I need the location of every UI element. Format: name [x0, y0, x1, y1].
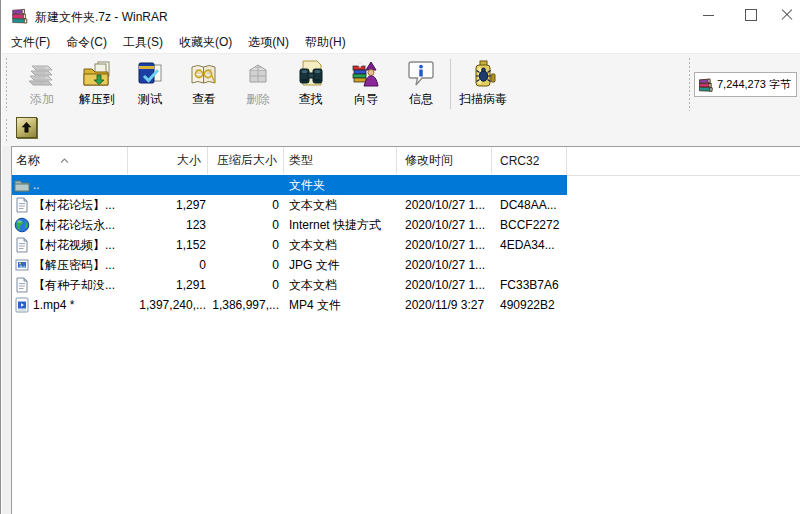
cell-packed: 0 — [208, 255, 279, 275]
view-icon — [187, 57, 221, 90]
menu-item-1[interactable]: 命令(C) — [58, 32, 115, 53]
cell-size: 123 — [118, 215, 206, 235]
cell-crc — [500, 255, 570, 275]
toolbar-button-8[interactable]: 扫描病毒 — [454, 57, 512, 112]
cell-modified: 2020/10/27 1... — [405, 215, 497, 235]
file-list-panel: 名称大小压缩后大小类型修改时间CRC32 ..文件夹【村花论坛】...1,297… — [11, 146, 800, 514]
toolbar-button-2[interactable]: 测试 — [124, 57, 176, 112]
column-header-type[interactable]: 类型 — [284, 147, 397, 174]
column-header-size[interactable]: 大小 — [128, 147, 208, 174]
cell-crc: 490922B2 — [500, 295, 570, 315]
cell-type: Internet 快捷方式 — [289, 215, 401, 235]
cell-size — [118, 175, 206, 195]
close-button[interactable] — [771, 0, 800, 30]
cell-size: 1,297 — [118, 195, 206, 215]
toolbar-button-5[interactable]: 查找 — [284, 57, 337, 112]
cell-name: 【村花论坛永... — [33, 215, 129, 235]
window-title: 新建文件夹.7z - WinRAR — [35, 9, 168, 26]
cell-size: 1,152 — [118, 235, 206, 255]
cell-modified: 2020/10/27 1... — [405, 235, 497, 255]
scan-virus-icon — [466, 57, 500, 90]
menu-item-2[interactable]: 工具(S) — [115, 32, 171, 53]
test-icon — [133, 57, 167, 90]
cell-modified: 2020/11/9 3:27 — [405, 295, 497, 315]
table-row[interactable]: 【有种子却没...1,2910文本文档2020/10/27 1...FC33B7… — [12, 275, 800, 295]
menu-item-3[interactable]: 收藏夹(O) — [171, 32, 240, 53]
cell-size: 1,397,240,... — [118, 295, 206, 315]
cell-type: 文件夹 — [289, 175, 401, 195]
address-bar — [2, 113, 800, 146]
up-directory-button[interactable] — [16, 117, 37, 138]
table-row[interactable]: 【村花论坛】...1,2970文本文档2020/10/27 1...DC48AA… — [12, 195, 800, 215]
toolbar-drag-handle[interactable] — [5, 57, 8, 111]
cell-size: 1,291 — [118, 275, 206, 295]
cell-size: 0 — [118, 255, 206, 275]
column-header-name[interactable]: 名称 — [12, 147, 128, 174]
cell-type: JPG 文件 — [289, 255, 401, 275]
cell-packed: 0 — [208, 195, 279, 215]
sizebox-drag-handle[interactable] — [688, 57, 691, 111]
toolbar-button-4[interactable]: 删除 — [232, 57, 284, 112]
menu-item-0[interactable]: 文件(F) — [3, 32, 58, 53]
toolbar-separator — [450, 59, 451, 109]
menu-item-5[interactable]: 帮助(H) — [297, 32, 354, 53]
title-bar: 新建文件夹.7z - WinRAR — [1, 0, 800, 32]
minimize-button[interactable] — [687, 0, 730, 30]
cell-packed: 0 — [208, 215, 279, 235]
cell-type: 文本文档 — [289, 235, 401, 255]
toolbar-button-label: 查看 — [192, 91, 216, 108]
toolbar-button-3[interactable]: 查看 — [178, 57, 230, 112]
archive-size-text: 7,244,273 字节 — [717, 77, 791, 92]
cell-name: .. — [33, 175, 129, 195]
toolbar: 7,244,273 字节 添加解压到测试查看删除查找向导信息扫描病毒 — [2, 53, 800, 114]
cell-type: 文本文档 — [289, 275, 401, 295]
find-icon — [294, 57, 328, 90]
archive-size-box: 7,244,273 字节 — [694, 72, 797, 97]
add-icon — [25, 57, 59, 90]
table-row[interactable]: 【解压密码】...00JPG 文件2020/10/27 1... — [12, 255, 800, 275]
table-row[interactable]: 【村花视频】...1,1520文本文档2020/10/27 1...4EDA34… — [12, 235, 800, 255]
up-arrow-icon — [19, 120, 34, 135]
cell-packed: 0 — [208, 235, 279, 255]
toolbar-button-label: 向导 — [354, 91, 378, 108]
winrar-app-icon — [11, 7, 29, 25]
window-frame-strip — [2, 146, 11, 514]
column-header-packed[interactable]: 压缩后大小 — [208, 147, 284, 174]
toolbar-button-label: 解压到 — [79, 91, 115, 108]
text-file-icon — [14, 277, 30, 293]
toolbar-button-label: 扫描病毒 — [459, 91, 507, 108]
cell-modified: 2020/10/27 1... — [405, 275, 497, 295]
addressbar-drag-handle[interactable] — [5, 118, 8, 142]
maximize-button[interactable] — [729, 0, 772, 30]
toolbar-button-label: 信息 — [409, 91, 433, 108]
table-row[interactable]: 【村花论坛永...1230Internet 快捷方式2020/10/27 1..… — [12, 215, 800, 235]
toolbar-button-1[interactable]: 解压到 — [71, 57, 123, 112]
cell-type: MP4 文件 — [289, 295, 401, 315]
close-icon — [780, 9, 792, 21]
column-header-crc[interactable]: CRC32 — [492, 147, 567, 174]
column-header-modified[interactable]: 修改时间 — [397, 147, 492, 174]
table-row[interactable]: ..文件夹 — [12, 175, 800, 195]
menu-item-4[interactable]: 选项(N) — [240, 32, 297, 53]
cell-name: 【解压密码】... — [33, 255, 129, 275]
winrar-archive-icon — [698, 77, 714, 93]
extract-icon — [80, 57, 114, 90]
cell-name: 【村花视频】... — [33, 235, 129, 255]
toolbar-button-label: 删除 — [246, 91, 270, 108]
info-icon — [404, 57, 438, 90]
cell-name: 【有种子却没... — [33, 275, 129, 295]
cell-crc: BCCF2272 — [500, 215, 570, 235]
delete-icon — [241, 57, 275, 90]
toolbar-button-label: 测试 — [138, 91, 162, 108]
toolbar-button-0[interactable]: 添加 — [16, 57, 68, 112]
internet-shortcut-icon — [14, 217, 30, 233]
cell-type: 文本文档 — [289, 195, 401, 215]
cell-modified: 2020/10/27 1... — [405, 195, 497, 215]
toolbar-button-6[interactable]: 向导 — [339, 57, 393, 112]
cell-modified: 2020/10/27 1... — [405, 255, 497, 275]
toolbar-button-label: 添加 — [30, 91, 54, 108]
table-row[interactable]: 1.mp4 *1,397,240,...1,386,997,...MP4 文件2… — [12, 295, 800, 315]
cell-modified — [405, 175, 497, 195]
cell-name: 1.mp4 * — [33, 295, 129, 315]
toolbar-button-7[interactable]: 信息 — [395, 57, 447, 112]
